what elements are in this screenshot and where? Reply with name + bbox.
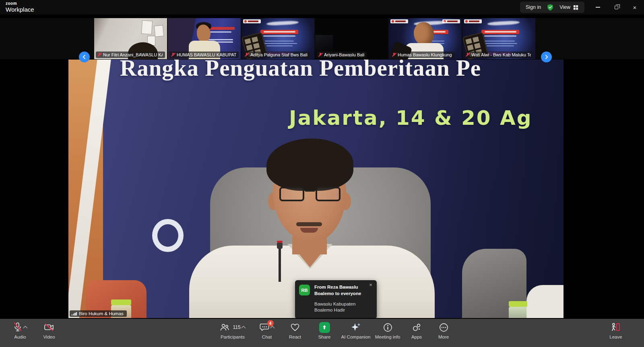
speaker-mouth [300, 228, 318, 233]
chevron-left-icon [82, 54, 87, 60]
water-bottle [509, 301, 527, 318]
muted-mic-icon [318, 52, 322, 57]
chevron-right-icon [544, 54, 549, 60]
book-text-line [265, 41, 294, 41]
muted-mic-icon [245, 52, 249, 57]
zoom-workplace-logo: zoom Workplace [6, 2, 34, 12]
speaker-glasses [279, 187, 341, 203]
desk-microphone [279, 248, 281, 282]
book-red-ribbon [481, 30, 519, 34]
chat-unread-badge: 4 [267, 320, 274, 326]
participants-filmstrip: Nur Fitri Anzani_BAWASLU KAB B... HUMAS … [0, 18, 644, 59]
muted-mic-icon [97, 52, 101, 57]
filmstrip-next-button[interactable] [541, 52, 552, 62]
participant-tile-aditya[interactable]: Aditya Palguna Staf Bws Bali [242, 18, 314, 59]
titlebar-actions: Sign in View [520, 2, 584, 13]
participant-name: HUMAS BAWASLU KABUPATEN K... [177, 52, 236, 57]
participant-head [414, 22, 434, 45]
leave-icon [610, 322, 621, 333]
share-screen-icon [319, 322, 330, 333]
close-button[interactable]: × [625, 0, 644, 14]
close-icon: × [633, 4, 637, 11]
book-red-ribbon [260, 30, 298, 34]
participant-head [197, 25, 211, 42]
banner-date-text: Jakarta, 14 & 20 Ag [289, 106, 533, 130]
banner-logo-ring [152, 219, 184, 252]
participant-name: Ariyani-Bawaslu Bali [324, 52, 364, 57]
leave-label: Leave [609, 335, 622, 339]
meeting-info-label: Meeting info [375, 335, 400, 339]
audio-options-chevron[interactable] [23, 326, 27, 330]
participant-tile-humas-kabupaten[interactable]: HUMAS BAWASLU KABUPATEN K... [168, 18, 241, 59]
book-text-line [262, 43, 297, 44]
filmstrip-prev-button[interactable] [79, 52, 90, 62]
tile-name-label: Nur Fitri Anzani_BAWASLU KAB B... [96, 52, 165, 58]
poster-text-line [210, 31, 231, 33]
view-button[interactable]: View [559, 4, 579, 10]
tile-name-label: Aditya Palguna Staf Bws Bali [243, 52, 310, 58]
participant-tile-ariyani[interactable]: Ariyani-Bawaslu Bali [315, 18, 388, 59]
tile-name-label: Wati Alwi - Bws Kab Maluku Ten... [464, 52, 533, 58]
chat-popup-message: Bawaslu Kabupaten Boalemo Hadir [314, 301, 373, 313]
more-button[interactable]: More [426, 321, 461, 345]
participant-name: Wati Alwi - Bws Kab Maluku Ten... [471, 52, 531, 57]
tile-name-label: Humas Bawaslu Klungkung [390, 52, 454, 58]
video-button[interactable]: Video [32, 321, 66, 345]
participant-tile-wati[interactable]: Wati Alwi - Bws Kab Maluku Ten... [462, 18, 535, 59]
book-text-line [482, 43, 517, 44]
sender-avatar: RB [299, 285, 310, 295]
minimize-button[interactable] [588, 0, 607, 14]
chat-options-chevron[interactable] [270, 326, 275, 330]
chat-notification-popup[interactable]: RB From Reza Bawaslu Boalemo to everyone… [295, 280, 377, 318]
title-bar: zoom Workplace Sign in View × [0, 0, 644, 14]
tile-name-label: HUMAS BAWASLU KABUPATEN K... [169, 52, 239, 58]
book-subtitle-line [484, 35, 516, 37]
meeting-toolbar: Audio Video 115 Participants [0, 319, 644, 347]
participant-tile-nur-fitri[interactable]: Nur Fitri Anzani_BAWASLU KAB B... [94, 18, 167, 59]
active-speaker-video: Rangka Penguatan Pemberitaan Pe Jakarta,… [68, 60, 564, 318]
muted-camera-icon [43, 322, 55, 333]
book-text-line [487, 45, 514, 46]
leave-button[interactable]: Leave [599, 321, 633, 345]
chat-popup-close-button[interactable]: × [367, 281, 374, 288]
book-text-line [484, 41, 515, 41]
muted-mic-icon [171, 52, 175, 57]
muted-mic-icon [13, 322, 23, 333]
book-text-line [266, 45, 293, 46]
logo-zoom-text: zoom [6, 2, 34, 6]
share-label: Share [318, 335, 331, 339]
scene-white-object [526, 285, 564, 318]
more-label: More [438, 335, 449, 339]
participants-options-chevron[interactable] [241, 326, 246, 330]
view-grid-icon [573, 4, 579, 10]
security-shield-icon[interactable] [547, 4, 554, 11]
chat-label: Chat [262, 335, 272, 339]
wall-picture [141, 20, 153, 35]
participants-icon [219, 322, 230, 332]
video-label: Video [43, 335, 55, 339]
minimize-icon [596, 7, 600, 8]
ai-companion-icon [350, 322, 361, 333]
window-controls: × [588, 0, 644, 14]
bawaslu-logo [464, 19, 482, 23]
bawaslu-logo [390, 19, 408, 23]
main-stage: Rangka Penguatan Pemberitaan Pe Jakarta,… [0, 59, 644, 319]
muted-mic-icon [392, 52, 396, 57]
speaker-name-label: Biro Hukum & Humas [70, 310, 127, 317]
tile-name-label: Ariyani-Bawaslu Bali [317, 52, 367, 58]
speaker-hair [266, 138, 353, 191]
participant-name: Aditya Palguna Staf Bws Bali [250, 52, 308, 57]
participants-button[interactable]: 115 Participants [211, 321, 255, 345]
book-subtitle-line [263, 35, 295, 37]
participants-label: Participants [221, 335, 245, 339]
participant-tile-klungkung[interactable]: Humas Bawaslu Klungkung [389, 18, 462, 59]
chat-popup-title: From Reza Bawaslu Boalemo to everyone [314, 284, 370, 297]
sign-in-button[interactable]: Sign in [526, 4, 541, 10]
participant-name: Humas Bawaslu Klungkung [398, 52, 452, 57]
apps-icon [411, 322, 422, 333]
participant-name: Nur Fitri Anzani_BAWASLU KAB B... [103, 52, 163, 57]
ai-companion-label: AI Companion [341, 335, 371, 339]
restore-button[interactable] [607, 0, 625, 14]
book-script-title [266, 21, 298, 26]
info-icon [383, 322, 393, 333]
